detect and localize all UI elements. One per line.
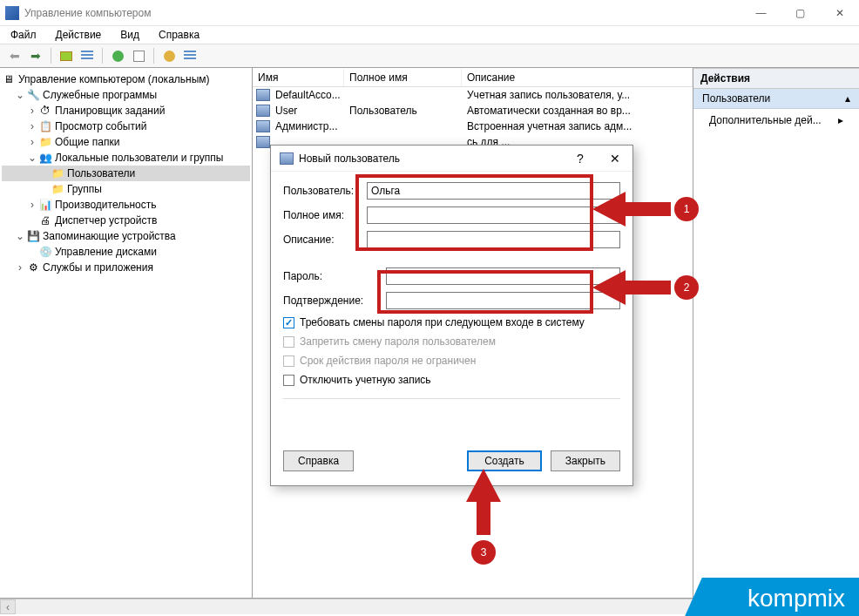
folder-button[interactable]: [57, 46, 76, 65]
tree-label: Служебные программы: [43, 89, 157, 101]
check-label: Требовать смены пароля при следующем вхо…: [300, 316, 585, 328]
check-label: Запретить смену пароля пользователем: [300, 335, 496, 348]
tree-item[interactable]: 💿Управление дисками: [2, 244, 250, 260]
fullname-input[interactable]: [367, 206, 620, 224]
expand-icon[interactable]: ›: [14, 261, 26, 274]
actions-header: Действия: [693, 68, 859, 89]
tree-item[interactable]: ›📋Просмотр событий: [2, 118, 250, 134]
tree-item[interactable]: ›📊Производительность: [2, 197, 250, 213]
menu-help[interactable]: Справка: [155, 27, 203, 43]
tree-label: Управление дисками: [55, 246, 157, 258]
expand-icon[interactable]: ›: [26, 120, 38, 132]
tree-item[interactable]: ⌄🔧Служебные программы: [2, 87, 250, 103]
check-label: Срок действия пароля не ограничен: [300, 355, 476, 367]
maximize-button[interactable]: ▢: [781, 0, 820, 26]
actions-more-label: Дополнительные дей...: [709, 114, 822, 126]
list-header: Имя Полное имя Описание: [253, 68, 693, 87]
expand-icon[interactable]: ›: [26, 199, 38, 211]
check-must-change[interactable]: ✓Требовать смены пароля при следующем вх…: [283, 316, 620, 328]
actions-section[interactable]: Пользователи▴: [693, 89, 859, 109]
window-title: Управление компьютером: [24, 7, 741, 19]
column-desc[interactable]: Описание: [462, 69, 693, 86]
tree-item[interactable]: ›📁Общие папки: [2, 134, 250, 150]
event-icon: 📋: [38, 120, 52, 132]
actions-more[interactable]: Дополнительные дей...▸: [693, 109, 859, 132]
close-dialog-button[interactable]: Закрыть: [551, 450, 620, 471]
close-button[interactable]: ✕: [820, 0, 859, 26]
dialog-title: Новый пользователь: [299, 152, 563, 165]
label-fullname: Полное имя:: [283, 209, 367, 221]
refresh-icon: [112, 51, 124, 62]
help-icon: [164, 51, 175, 62]
new-user-dialog: Новый пользователь ? ✕ Пользователь: Пол…: [270, 145, 633, 486]
expand-icon[interactable]: ›: [26, 136, 38, 148]
tree-item-users[interactable]: 📁Пользователи: [2, 166, 250, 181]
password-input[interactable]: [386, 267, 620, 285]
export-button[interactable]: [129, 46, 148, 65]
menu-file[interactable]: Файл: [7, 27, 40, 43]
column-name[interactable]: Имя: [253, 69, 344, 86]
column-fullname[interactable]: Полное имя: [344, 69, 462, 86]
tree-item[interactable]: 🖨Диспетчер устройств: [2, 213, 250, 228]
tree-root[interactable]: 🖥Управление компьютером (локальным): [2, 71, 250, 87]
sheet-icon: [133, 51, 145, 62]
check-disabled[interactable]: Отключить учетную запись: [283, 374, 620, 386]
list-row[interactable]: DefaultAcco...Учетная запись пользовател…: [253, 87, 693, 103]
properties-button[interactable]: [78, 46, 97, 65]
tree-label: Диспетчер устройств: [55, 214, 157, 227]
label-desc: Описание:: [283, 234, 367, 246]
cell: Администр...: [274, 120, 348, 132]
actions-section-label: Пользователи: [702, 92, 770, 105]
device-icon: 🖨: [38, 214, 52, 227]
dialog-titlebar: Новый пользователь ? ✕: [271, 146, 632, 172]
computer-icon: 🖥: [2, 73, 16, 85]
list-row[interactable]: Администр...Встроенная учетная запись ад…: [253, 118, 693, 134]
tree-item[interactable]: ⌄👥Локальные пользователи и группы: [2, 150, 250, 166]
back-button[interactable]: ⬅: [5, 46, 24, 65]
label-user: Пользователь:: [283, 185, 367, 197]
chevron-up-icon: ▴: [845, 92, 850, 105]
cell: DefaultAcco...: [274, 89, 348, 101]
minimize-button[interactable]: —: [741, 0, 781, 26]
tree-item[interactable]: ›⏱Планировщик заданий: [2, 103, 250, 118]
user-icon: [256, 136, 270, 148]
tree-label: Пользователи: [67, 167, 135, 179]
tree-item[interactable]: ⌄💾Запоминающие устройства: [2, 228, 250, 244]
perf-icon: 📊: [38, 199, 52, 211]
label-password: Пароль:: [283, 270, 386, 282]
folder-icon: 📁: [51, 183, 64, 195]
menu-action[interactable]: Действие: [52, 27, 105, 43]
list-row[interactable]: UserПользовательАвтоматически созданная …: [253, 103, 693, 118]
clock-icon: ⏱: [38, 105, 52, 117]
dialog-close-button[interactable]: ✕: [598, 152, 632, 166]
forward-button[interactable]: ➡: [26, 46, 45, 65]
check-label: Отключить учетную запись: [300, 374, 431, 386]
menu-view[interactable]: Вид: [117, 27, 143, 43]
confirm-input[interactable]: [386, 292, 620, 309]
user-icon: [256, 105, 270, 117]
expand-icon[interactable]: ›: [26, 105, 38, 117]
checkbox-icon: [283, 355, 294, 367]
list-icon: [81, 51, 93, 61]
arrow-left-icon: ⬅: [10, 49, 20, 63]
tree-pane: 🖥Управление компьютером (локальным) ⌄🔧Сл…: [0, 68, 253, 598]
refresh-button[interactable]: [108, 46, 127, 65]
tree-label: Просмотр событий: [55, 120, 146, 132]
help-button[interactable]: [159, 46, 179, 65]
view-button[interactable]: [180, 46, 200, 65]
create-button[interactable]: Создать: [467, 450, 542, 471]
user-input[interactable]: [367, 182, 620, 200]
chevron-right-icon: ▸: [838, 114, 843, 126]
services-icon: ⚙: [26, 261, 40, 274]
collapse-icon[interactable]: ⌄: [26, 152, 38, 164]
tree-item[interactable]: ›⚙Службы и приложения: [2, 260, 250, 275]
tree-item-groups[interactable]: 📁Группы: [2, 181, 250, 197]
desc-input[interactable]: [367, 231, 620, 248]
tools-icon: 🔧: [26, 89, 40, 101]
dialog-help-button[interactable]: ?: [563, 152, 598, 166]
scroll-left-button[interactable]: ‹: [0, 599, 16, 614]
help-button[interactable]: Справка: [283, 450, 354, 471]
collapse-icon[interactable]: ⌄: [14, 230, 26, 242]
cell: User: [274, 105, 348, 117]
collapse-icon[interactable]: ⌄: [14, 89, 26, 101]
